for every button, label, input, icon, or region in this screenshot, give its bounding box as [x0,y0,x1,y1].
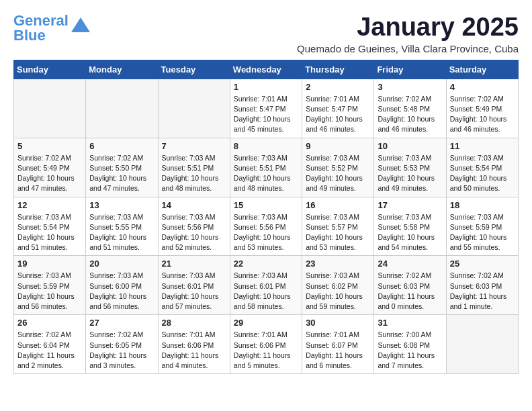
week-row-5: 26Sunrise: 7:02 AMSunset: 6:04 PMDayligh… [14,315,519,374]
day-number: 10 [378,141,442,151]
calendar-cell: 18Sunrise: 7:03 AMSunset: 5:59 PMDayligh… [446,197,518,256]
calendar-cell: 20Sunrise: 7:03 AMSunset: 6:00 PMDayligh… [86,256,158,315]
calendar-cell: 25Sunrise: 7:02 AMSunset: 6:03 PMDayligh… [446,256,518,315]
day-number: 5 [17,141,82,151]
day-number: 3 [378,82,442,92]
day-info: Sunrise: 7:03 AMSunset: 5:55 PMDaylight:… [89,212,154,253]
calendar-cell: 17Sunrise: 7:03 AMSunset: 5:58 PMDayligh… [374,197,446,256]
day-number: 2 [306,82,370,92]
day-number: 1 [234,82,298,92]
calendar-cell: 16Sunrise: 7:03 AMSunset: 5:57 PMDayligh… [302,197,374,256]
calendar-cell: 8Sunrise: 7:03 AMSunset: 5:51 PMDaylight… [230,138,302,197]
column-header-saturday: Saturday [446,60,518,79]
day-info: Sunrise: 7:03 AMSunset: 6:01 PMDaylight:… [234,271,298,312]
calendar-cell: 26Sunrise: 7:02 AMSunset: 6:04 PMDayligh… [14,315,86,374]
day-info: Sunrise: 7:01 AMSunset: 5:47 PMDaylight:… [306,94,370,135]
calendar-cell: 15Sunrise: 7:03 AMSunset: 5:56 PMDayligh… [230,197,302,256]
day-info: Sunrise: 7:03 AMSunset: 5:54 PMDaylight:… [17,212,82,253]
location-subtitle: Quemado de Gueines, Villa Clara Province… [297,43,519,54]
day-info: Sunrise: 7:02 AMSunset: 5:50 PMDaylight:… [89,153,154,194]
day-info: Sunrise: 7:03 AMSunset: 6:02 PMDaylight:… [306,271,370,312]
day-number: 12 [17,200,82,210]
day-info: Sunrise: 7:03 AMSunset: 5:58 PMDaylight:… [378,212,442,253]
calendar-table: SundayMondayTuesdayWednesdayThursdayFrid… [13,60,519,374]
calendar-cell: 28Sunrise: 7:01 AMSunset: 6:06 PMDayligh… [158,315,230,374]
calendar-cell [86,79,158,138]
calendar-cell [14,79,86,138]
calendar-cell [446,315,518,374]
title-block: January 2025 Quemado de Gueines, Villa C… [297,13,519,54]
column-header-monday: Monday [86,60,158,79]
day-number: 6 [89,141,154,151]
week-row-2: 5Sunrise: 7:02 AMSunset: 5:49 PMDaylight… [14,138,519,197]
day-info: Sunrise: 7:02 AMSunset: 6:04 PMDaylight:… [17,330,82,371]
day-number: 8 [234,141,298,151]
day-number: 31 [378,318,442,328]
logo: GeneralBlue [13,13,90,43]
day-number: 13 [89,200,154,210]
week-row-1: 1Sunrise: 7:01 AMSunset: 5:47 PMDaylight… [14,79,519,138]
calendar-cell: 4Sunrise: 7:02 AMSunset: 5:49 PMDaylight… [446,79,518,138]
day-number: 27 [89,318,154,328]
day-number: 23 [306,259,370,269]
day-info: Sunrise: 7:03 AMSunset: 5:57 PMDaylight:… [306,212,370,253]
month-title: January 2025 [297,13,519,42]
day-number: 9 [306,141,370,151]
day-number: 20 [89,259,154,269]
calendar-header-row: SundayMondayTuesdayWednesdayThursdayFrid… [14,60,519,79]
calendar-cell: 24Sunrise: 7:02 AMSunset: 6:03 PMDayligh… [374,256,446,315]
day-info: Sunrise: 7:03 AMSunset: 5:51 PMDaylight:… [162,153,226,194]
day-info: Sunrise: 7:03 AMSunset: 5:59 PMDaylight:… [17,271,82,312]
calendar-cell: 7Sunrise: 7:03 AMSunset: 5:51 PMDaylight… [158,138,230,197]
day-info: Sunrise: 7:02 AMSunset: 6:05 PMDaylight:… [89,330,154,371]
calendar-cell: 12Sunrise: 7:03 AMSunset: 5:54 PMDayligh… [14,197,86,256]
calendar-cell: 22Sunrise: 7:03 AMSunset: 6:01 PMDayligh… [230,256,302,315]
day-number: 4 [450,82,515,92]
day-number: 7 [162,141,226,151]
calendar-cell: 13Sunrise: 7:03 AMSunset: 5:55 PMDayligh… [86,197,158,256]
column-header-wednesday: Wednesday [230,60,302,79]
day-info: Sunrise: 7:02 AMSunset: 5:49 PMDaylight:… [450,94,515,135]
calendar-cell: 31Sunrise: 7:00 AMSunset: 6:08 PMDayligh… [374,315,446,374]
day-number: 15 [234,200,298,210]
day-info: Sunrise: 7:03 AMSunset: 5:54 PMDaylight:… [450,153,515,194]
column-header-sunday: Sunday [14,60,86,79]
day-number: 14 [162,200,226,210]
calendar-cell: 23Sunrise: 7:03 AMSunset: 6:02 PMDayligh… [302,256,374,315]
week-row-4: 19Sunrise: 7:03 AMSunset: 5:59 PMDayligh… [14,256,519,315]
calendar-cell: 29Sunrise: 7:01 AMSunset: 6:06 PMDayligh… [230,315,302,374]
day-number: 30 [306,318,370,328]
day-info: Sunrise: 7:01 AMSunset: 6:07 PMDaylight:… [306,330,370,371]
day-info: Sunrise: 7:03 AMSunset: 5:53 PMDaylight:… [378,153,442,194]
page-header: GeneralBlue January 2025 Quemado de Guei… [13,13,519,54]
day-info: Sunrise: 7:02 AMSunset: 6:03 PMDaylight:… [378,271,442,312]
day-info: Sunrise: 7:03 AMSunset: 5:56 PMDaylight:… [162,212,226,253]
day-number: 26 [17,318,82,328]
day-number: 25 [450,259,515,269]
day-number: 21 [162,259,226,269]
column-header-friday: Friday [374,60,446,79]
calendar-cell: 5Sunrise: 7:02 AMSunset: 5:49 PMDaylight… [14,138,86,197]
day-info: Sunrise: 7:01 AMSunset: 5:47 PMDaylight:… [234,94,298,135]
calendar-cell: 21Sunrise: 7:03 AMSunset: 6:01 PMDayligh… [158,256,230,315]
day-info: Sunrise: 7:03 AMSunset: 6:01 PMDaylight:… [162,271,226,312]
calendar-cell: 11Sunrise: 7:03 AMSunset: 5:54 PMDayligh… [446,138,518,197]
day-info: Sunrise: 7:02 AMSunset: 5:49 PMDaylight:… [17,153,82,194]
day-info: Sunrise: 7:01 AMSunset: 6:06 PMDaylight:… [234,330,298,371]
day-number: 19 [17,259,82,269]
day-info: Sunrise: 7:03 AMSunset: 5:51 PMDaylight:… [234,153,298,194]
day-info: Sunrise: 7:03 AMSunset: 5:56 PMDaylight:… [234,212,298,253]
logo-icon [71,17,90,32]
day-info: Sunrise: 7:02 AMSunset: 5:48 PMDaylight:… [378,94,442,135]
day-number: 24 [378,259,442,269]
day-info: Sunrise: 7:03 AMSunset: 5:59 PMDaylight:… [450,212,515,253]
calendar-cell: 27Sunrise: 7:02 AMSunset: 6:05 PMDayligh… [86,315,158,374]
day-info: Sunrise: 7:00 AMSunset: 6:08 PMDaylight:… [378,330,442,371]
day-info: Sunrise: 7:01 AMSunset: 6:06 PMDaylight:… [162,330,226,371]
day-number: 17 [378,200,442,210]
column-header-tuesday: Tuesday [158,60,230,79]
calendar-cell: 6Sunrise: 7:02 AMSunset: 5:50 PMDaylight… [86,138,158,197]
calendar-cell: 14Sunrise: 7:03 AMSunset: 5:56 PMDayligh… [158,197,230,256]
column-header-thursday: Thursday [302,60,374,79]
logo-text: GeneralBlue [13,13,69,43]
